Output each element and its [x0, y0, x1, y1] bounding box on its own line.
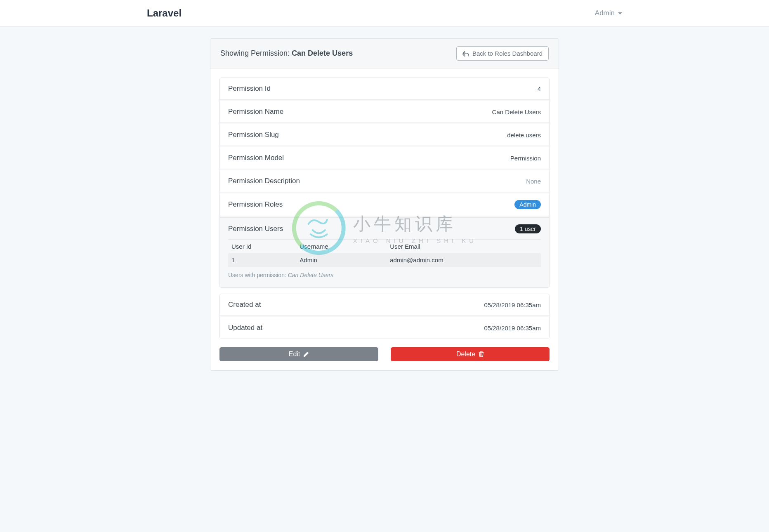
permission-model-value: Permission	[510, 155, 541, 162]
th-email: User Email	[387, 240, 541, 254]
permission-desc-value: None	[526, 178, 541, 185]
user-dropdown-label: Admin	[595, 9, 615, 17]
title-name: Can Delete Users	[292, 49, 353, 57]
meta-list: Created at 05/28/2019 06:35am Updated at…	[219, 294, 550, 339]
row-permission-slug: Permission Slug delete.users	[220, 124, 549, 146]
navbar: Laravel Admin	[0, 0, 769, 27]
table-header-row: User Id Username User Email	[228, 240, 541, 254]
td-username: Admin	[296, 253, 387, 267]
row-updated-at: Updated at 05/28/2019 06:35am	[220, 317, 549, 339]
delete-button[interactable]: Delete	[391, 347, 550, 361]
actions-row: Edit Delete	[219, 347, 550, 361]
trash-icon	[479, 351, 484, 357]
title-prefix: Showing Permission:	[220, 49, 292, 57]
row-permission-roles: Permission Roles Admin	[220, 193, 549, 216]
row-permission-description: Permission Description None	[220, 170, 549, 192]
user-dropdown[interactable]: Admin	[595, 9, 622, 17]
permission-id-label: Permission Id	[228, 85, 271, 93]
permission-model-label: Permission Model	[228, 154, 284, 162]
updated-at-value: 05/28/2019 06:35am	[484, 325, 541, 332]
created-at-value: 05/28/2019 06:35am	[484, 301, 541, 308]
created-at-label: Created at	[228, 301, 261, 309]
permission-id-value: 4	[538, 85, 541, 92]
permission-roles-label: Permission Roles	[228, 200, 283, 209]
edit-button[interactable]: Edit	[219, 347, 378, 361]
back-button-label: Back to Roles Dashboard	[472, 50, 543, 57]
td-email: admin@admin.com	[387, 253, 541, 267]
chevron-down-icon	[618, 12, 622, 14]
users-table: User Id Username User Email 1 Admin admi…	[228, 239, 541, 267]
permission-slug-label: Permission Slug	[228, 131, 279, 139]
caption-name: Can Delete Users	[288, 272, 334, 278]
row-permission-name: Permission Name Can Delete Users	[220, 101, 549, 123]
row-created-at: Created at 05/28/2019 06:35am	[220, 294, 549, 316]
edit-button-label: Edit	[289, 351, 300, 358]
pencil-icon	[303, 351, 309, 357]
permission-desc-label: Permission Description	[228, 177, 300, 185]
users-count-badge: 1 user	[515, 224, 541, 233]
permission-users-label: Permission Users	[228, 225, 283, 233]
permission-slug-value: delete.users	[507, 132, 541, 139]
th-user-id: User Id	[228, 240, 296, 254]
updated-at-label: Updated at	[228, 324, 262, 332]
permission-card: Showing Permission: Can Delete Users Bac…	[210, 38, 559, 371]
brand-title[interactable]: Laravel	[147, 7, 182, 19]
row-permission-id: Permission Id 4	[220, 78, 549, 100]
reply-icon	[462, 51, 469, 56]
details-list: Permission Id 4 Permission Name Can Dele…	[219, 78, 550, 288]
permission-name-label: Permission Name	[228, 108, 283, 116]
back-button[interactable]: Back to Roles Dashboard	[456, 46, 549, 61]
caption-prefix: Users with permission:	[228, 272, 288, 278]
td-user-id: 1	[228, 253, 296, 267]
row-permission-model: Permission Model Permission	[220, 147, 549, 169]
table-row: 1 Admin admin@admin.com	[228, 253, 541, 267]
card-header: Showing Permission: Can Delete Users Bac…	[210, 39, 559, 68]
delete-button-label: Delete	[456, 351, 475, 358]
table-caption: Users with permission: Can Delete Users	[228, 272, 541, 278]
role-badge[interactable]: Admin	[514, 200, 541, 209]
th-username: Username	[296, 240, 387, 254]
permission-users-section: Permission Users 1 user User Id Username…	[220, 217, 549, 287]
card-title: Showing Permission: Can Delete Users	[220, 49, 353, 58]
permission-name-value: Can Delete Users	[492, 108, 541, 115]
